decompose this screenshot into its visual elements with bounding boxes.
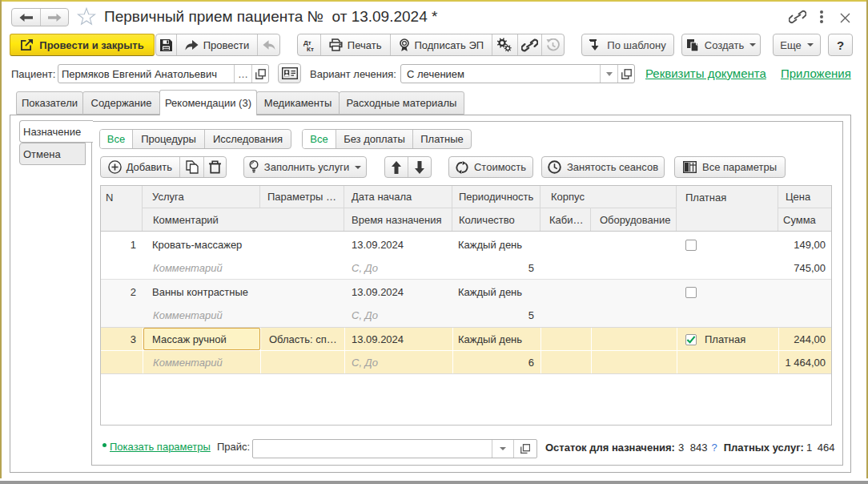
svg-text:Кт: Кт bbox=[307, 46, 314, 52]
